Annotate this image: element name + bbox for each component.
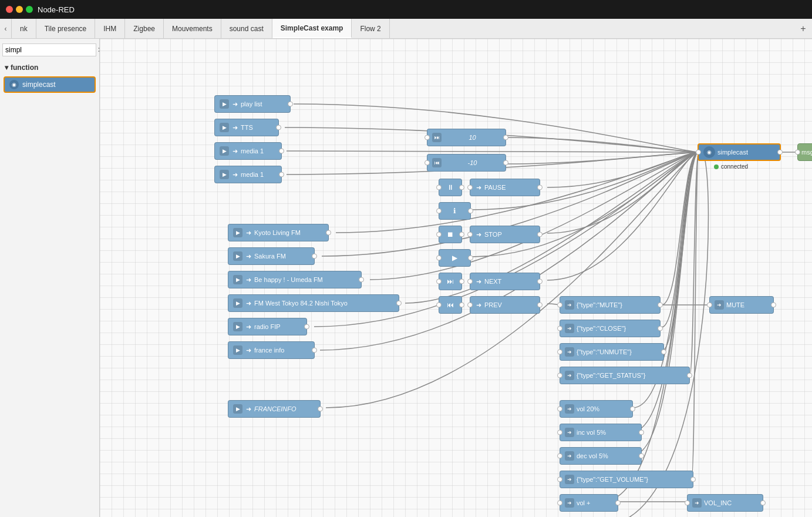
node-mute-out[interactable]: ➜ MUTE [709,296,774,314]
node-unmute-msg[interactable]: ➜ {"type":"UNMUTE"} [560,343,664,361]
output-port [639,430,644,435]
sidebar-node-label: simplecast [22,80,56,89]
node-franceinfo2[interactable]: ▶ ➜ FRANCEINFO [228,400,321,418]
node-vol20[interactable]: ➜ vol 20% [560,400,633,418]
node-volinc-out[interactable]: ➜ VOL_INC [687,494,763,512]
node-stop-right[interactable]: ➜ STOP [470,226,540,243]
node-trigger-btn[interactable]: ▶ [220,170,229,179]
input-port [467,232,473,237]
tab-mouvements[interactable]: Mouvements [164,19,221,38]
node-label: NEXT [484,278,535,285]
add-tab-button[interactable]: + [794,19,812,38]
node-next-left[interactable]: ⏭ [439,273,462,290]
close-window-button[interactable] [6,6,13,13]
output-port [459,185,464,190]
tab-soundcast[interactable]: sound cast [221,19,272,38]
maximize-window-button[interactable] [26,6,33,13]
output-port [279,172,284,177]
node-media1a[interactable]: ▶ ➜ media 1 [214,142,282,160]
node-sakura[interactable]: ▶ ➜ Sakura FM [228,247,315,265]
output-port [288,102,293,107]
node-label: media 1 [241,147,277,155]
node-next-right[interactable]: ➜ NEXT [470,273,540,290]
input-port [557,350,562,355]
search-input[interactable] [2,43,96,56]
input-port [707,303,712,308]
input-port [467,303,473,308]
output-port [459,232,464,237]
node-info[interactable]: ℹ [439,202,471,220]
output-port [615,501,621,506]
node-simplecast-main[interactable]: ◉ simplecast connected [698,143,781,161]
tab-ihm[interactable]: IHM [95,19,125,38]
node-kyoto[interactable]: ▶ ➜ Kyoto Living FM [228,224,329,241]
node-getvol-msg[interactable]: ➜ {"type":"GET_VOLUME"} [560,471,693,488]
node-trigger-btn[interactable]: ▶ [220,123,229,132]
node-label: 10 [444,134,501,141]
tab-nav-left[interactable]: ‹ [0,19,12,38]
node-fmwest[interactable]: ▶ ➜ FM West Tokyo 84.2 Nishi Tokyo [228,294,399,312]
node-label: play list [241,100,285,108]
output-port [771,303,776,308]
node-decvol[interactable]: ➜ dec vol 5% [560,447,642,465]
node-playlist[interactable]: ▶ ➜ play list [214,95,291,113]
tab-simplecast[interactable]: SimpleCast examp [272,19,352,38]
node-pause-right[interactable]: ➜ PAUSE [470,179,540,196]
sidebar-section-label: function [11,63,38,72]
tab-nk[interactable]: nk [12,19,36,38]
node-media1b[interactable]: ▶ ➜ media 1 [214,166,282,183]
node-trigger-btn[interactable]: ▶ [233,275,242,284]
node-pause-left[interactable]: ⏸ [439,179,462,196]
node-label: simplecast [717,149,775,156]
tab-flow2[interactable]: Flow 2 [352,19,389,38]
input-port [557,407,562,412]
sidebar: ✕ ▾ function ◉ simplecast [0,39,100,517]
node-tts[interactable]: ▶ ➜ TTS [214,119,279,136]
output-port [537,185,543,190]
output-port [537,232,543,237]
node-stop-left[interactable]: ⏹ [439,226,462,243]
tab-tilepresence[interactable]: Tile presence [36,19,96,38]
node-prev-right[interactable]: ➜ PREV [470,296,540,314]
node-trigger-btn[interactable]: ▶ [233,345,242,355]
node-mute-msg[interactable]: ➜ {"type":"MUTE"} [560,296,661,314]
node-trigger-btn[interactable]: ▶ [233,322,242,331]
node-rew10[interactable]: ⏮ -10 [427,154,506,172]
node-radiofip[interactable]: ▶ ➜ radio FIP [228,318,307,335]
node-icon: ➜ [715,300,724,310]
sidebar-search-bar: ✕ [2,43,97,56]
node-franceinfo[interactable]: ▶ ➜ france info [228,341,315,359]
node-volplus[interactable]: ➜ vol + [560,494,618,512]
node-msgpayload[interactable]: msg.payload [797,143,812,161]
minimize-window-button[interactable] [16,6,23,13]
output-port [690,477,696,482]
node-trigger-btn[interactable]: ▶ [220,146,229,156]
input-port [557,303,562,308]
node-trigger-btn[interactable]: ▶ [233,298,242,308]
output-port [276,125,281,130]
node-behappy[interactable]: ▶ ➜ Be happy ! - Umeda FM [228,271,362,288]
node-label: {"type":"GET_VOLUME"} [577,476,688,483]
node-prev-left[interactable]: ⏮ [439,296,462,314]
node-play[interactable]: ▶ [439,249,471,267]
node-getstatus-msg[interactable]: ➜ {"type":"GET_STATUS"} [560,367,690,384]
node-trigger-btn[interactable]: ▶ [220,99,229,109]
flow-canvas[interactable]: ▶ ➜ play list ▶ ➜ TTS ▶ ➜ media 1 ▶ ➜ me… [100,39,812,517]
node-trigger-btn[interactable]: ▶ [233,251,242,261]
sidebar-section-function: ▾ function [2,61,97,74]
node-trigger-btn[interactable]: ▶ [233,228,242,237]
tab-zigbee[interactable]: Zigbee [125,19,164,38]
window-controls[interactable] [6,6,33,13]
node-label: Kyoto Living FM [254,229,324,236]
node-label: PREV [484,301,535,308]
output-port [661,350,666,355]
output-port [396,301,402,306]
node-label: media 1 [241,171,277,178]
node-incvol[interactable]: ➜ inc vol 5% [560,424,642,441]
node-close-msg[interactable]: ➜ {"type":"CLOSE"} [560,320,661,337]
sidebar-item-simplecast[interactable]: ◉ simplecast [4,76,96,93]
input-port [557,454,562,459]
output-port [304,324,309,330]
node-ff10[interactable]: ⏭ 10 [427,129,506,146]
node-trigger-btn[interactable]: ▶ [233,404,242,414]
